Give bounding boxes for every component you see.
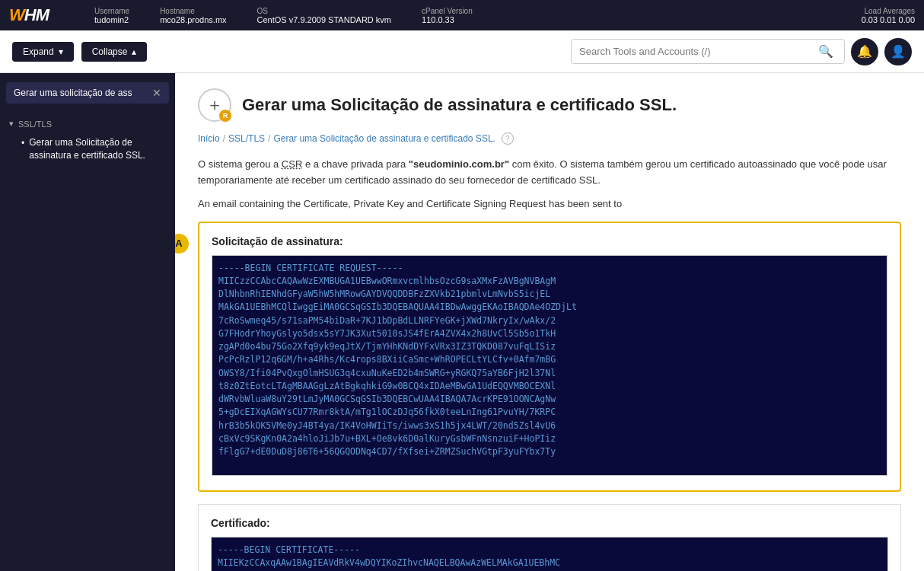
username-label: Username: [94, 7, 129, 15]
cert-section: Certificado: -----BEGIN CERTIFICATE-----…: [198, 504, 901, 571]
breadcrumb: Início / SSL/TLS / Gerar uma Solicitação…: [198, 132, 901, 145]
cpanel-label: cPanel Version: [422, 7, 473, 15]
collapse-button[interactable]: Collapse ▴: [81, 42, 148, 62]
username-group: Username tudomin2: [94, 7, 129, 24]
expand-button[interactable]: Expand ▾: [12, 42, 74, 62]
cpanel-group: cPanel Version 110.0.33: [422, 7, 473, 24]
search-box: 🔍: [571, 39, 845, 64]
top-bar: WHM Username tudomin2 Hostname mco28.pro…: [0, 0, 924, 30]
csr-textarea[interactable]: -----BEGIN CERTIFICATE REQUEST----- MIIC…: [212, 255, 887, 476]
user-button[interactable]: 👤: [884, 38, 912, 65]
domain-name: "seudominio.com.br": [409, 158, 509, 170]
sidebar-section-label: SSL/TLS: [18, 120, 52, 129]
chevron-down-icon: ▾: [9, 119, 14, 129]
hostname-label: Hostname: [160, 7, 226, 15]
info-text-1: O sistema gerou a: [198, 158, 279, 170]
csr-section-wrapper: A Solicitação de assinatura: -----BEGIN …: [198, 222, 901, 492]
toolbar: Expand ▾ Collapse ▴ 🔍 🔔 👤: [0, 30, 924, 73]
hostname-value: mco28.prodns.mx: [160, 15, 226, 24]
os-label: OS: [257, 7, 391, 15]
expand-label: Expand: [23, 46, 54, 57]
cert-textarea[interactable]: -----BEGIN CERTIFICATE----- MIIEKzCCAxqA…: [211, 537, 888, 571]
search-icon: 🔍: [818, 45, 833, 58]
user-icon: 👤: [891, 44, 906, 59]
sidebar-tab-close[interactable]: ✕: [152, 87, 161, 99]
collapse-label: Collapse: [92, 46, 128, 57]
csr-section-title: Solicitação de assinatura:: [212, 235, 887, 247]
notifications-button[interactable]: 🔔: [851, 38, 878, 65]
breadcrumb-home[interactable]: Início: [198, 133, 220, 144]
page-icon: ＋ R: [198, 88, 231, 122]
cert-section-title: Certificado:: [211, 517, 888, 529]
r-badge: R: [219, 110, 231, 122]
content-inner: ＋ R Gerar uma Solicitação de assinatura …: [175, 73, 924, 571]
bullet-icon: •: [21, 137, 24, 150]
breadcrumb-current: Gerar uma Solicitação de assinatura e ce…: [273, 133, 495, 144]
search-icon-button[interactable]: 🔍: [815, 43, 836, 60]
hostname-group: Hostname mco28.prodns.mx: [160, 7, 226, 24]
logo: WHM: [9, 5, 49, 25]
page-header: ＋ R Gerar uma Solicitação de assinatura …: [198, 88, 901, 122]
chevron-down-icon: ▾: [59, 46, 63, 57]
load-avg-group: Load Averages 0.03 0.01 0.00: [862, 7, 915, 24]
content-area: ＋ R Gerar uma Solicitação de assinatura …: [175, 73, 924, 571]
breadcrumb-section[interactable]: SSL/TLS: [228, 133, 265, 144]
sidebar-item-ssl[interactable]: • Gerar uma Solicitação de assinatura e …: [0, 132, 175, 167]
load-label: Load Averages: [862, 7, 915, 15]
csr-section: Solicitação de assinatura: -----BEGIN CE…: [198, 222, 901, 492]
main-layout: Gerar uma solicitação de ass ✕ ▾ SSL/TLS…: [0, 73, 924, 571]
chevron-up-icon: ▴: [132, 46, 136, 57]
sidebar-item-label: Gerar uma Solicitação de assinatura e ce…: [29, 136, 163, 162]
search-wrapper: 🔍 🔔 👤: [571, 38, 912, 65]
sidebar-section-ssl: ▾ SSL/TLS • Gerar uma Solicitação de ass…: [0, 116, 175, 167]
help-icon[interactable]: ?: [502, 132, 514, 145]
username-value: tudomin2: [94, 15, 129, 24]
csr-abbr: CSR: [282, 158, 302, 170]
info-paragraph: O sistema gerou a CSR e a chave privada …: [198, 157, 901, 189]
a-badge: A: [175, 234, 189, 254]
email-notice: An email containing the Certificate, Pri…: [198, 198, 901, 209]
page-title: Gerar uma Solicitação de assinatura e ce…: [242, 95, 677, 115]
sidebar-tab-label: Gerar uma solicitação de ass: [14, 88, 132, 98]
os-value: CentOS v7.9.2009 STANDARD kvm: [257, 15, 391, 24]
info-text-2: e a chave privada para: [305, 158, 406, 170]
load-values: 0.03 0.01 0.00: [862, 15, 915, 24]
os-group: OS CentOS v7.9.2009 STANDARD kvm: [257, 7, 391, 24]
cpanel-value: 110.0.33: [422, 15, 473, 24]
bell-icon: 🔔: [857, 44, 872, 59]
sidebar-tab[interactable]: Gerar uma solicitação de ass ✕: [6, 82, 169, 104]
sidebar-section-header[interactable]: ▾ SSL/TLS: [0, 116, 175, 132]
search-input[interactable]: [579, 46, 815, 57]
sidebar: Gerar uma solicitação de ass ✕ ▾ SSL/TLS…: [0, 73, 175, 571]
